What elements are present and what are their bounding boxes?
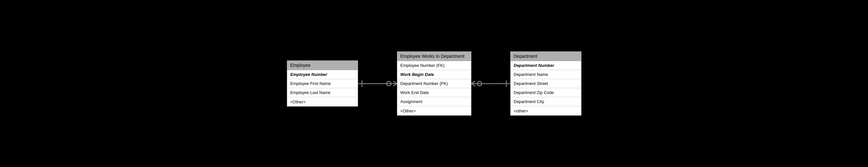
department-entity: Department Department NumberDepartment N… xyxy=(510,51,582,116)
junction-row: Employee Number (FK) xyxy=(397,61,471,70)
junction-row: Work Begin Date xyxy=(397,70,471,79)
department-row: Department Zip Code xyxy=(510,88,581,97)
junction-row: Assignment xyxy=(397,97,471,106)
connector-left xyxy=(358,77,397,90)
junction-entity: Employee Works In Department Employee Nu… xyxy=(397,51,471,116)
junction-row: Work End Date xyxy=(397,88,471,97)
junction-row: Department Number (FK) xyxy=(397,79,471,88)
junction-header: Employee Works In Department xyxy=(397,52,471,61)
connector-right xyxy=(471,77,510,90)
junction-row: <Other> xyxy=(397,106,471,115)
department-header: Department xyxy=(510,52,581,61)
er-diagram: Employee Employee NumberEmployee First N… xyxy=(287,51,582,116)
employee-row: Employee Number xyxy=(287,70,358,79)
department-row: Department Name xyxy=(510,70,581,79)
employee-header: Employee xyxy=(287,61,358,70)
department-row: Department City xyxy=(510,97,581,106)
department-row: Department Number xyxy=(510,61,581,70)
department-row: Department Street xyxy=(510,79,581,88)
employee-row: <Other> xyxy=(287,97,358,106)
department-row: <other> xyxy=(510,106,581,115)
employee-row: Employee Last Name xyxy=(287,88,358,97)
employee-row: Employee First Name xyxy=(287,79,358,88)
employee-entity: Employee Employee NumberEmployee First N… xyxy=(287,60,358,107)
